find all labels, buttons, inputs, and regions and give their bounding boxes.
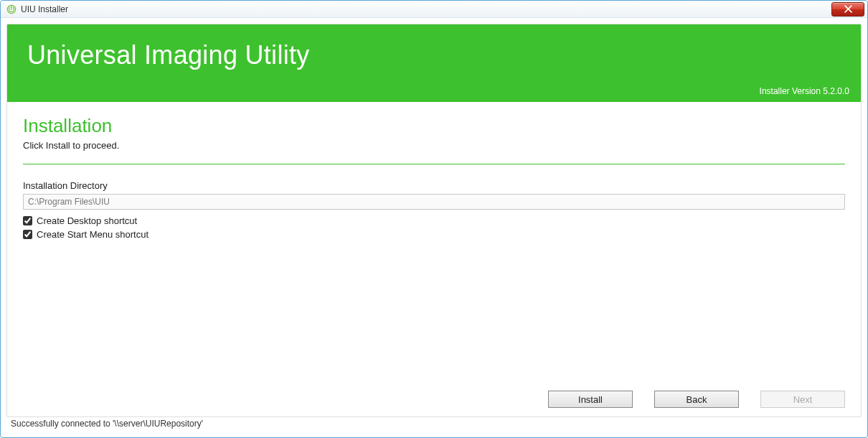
wizard-buttons: Install Back Next [548,391,845,408]
startmenu-shortcut-label: Create Start Menu shortcut [37,229,148,240]
close-icon [844,5,852,13]
inner-panel: Universal Imaging Utility Installer Vers… [6,24,862,417]
stage: Installation Click Install to proceed. I… [7,102,861,416]
content-wrapper: Universal Imaging Utility Installer Vers… [1,18,867,437]
startmenu-shortcut-row[interactable]: Create Start Menu shortcut [23,228,845,241]
install-dir-input[interactable] [23,194,845,210]
startmenu-shortcut-checkbox[interactable] [23,230,32,239]
desktop-shortcut-checkbox[interactable] [23,216,32,225]
desktop-shortcut-label: Create Desktop shortcut [37,215,137,226]
installer-window: UIU Installer Universal Imaging Utility … [0,0,868,438]
power-icon [6,4,16,14]
install-dir-label: Installation Directory [23,180,845,191]
section-subtext: Click Install to proceed. [23,140,845,151]
titlebar: UIU Installer [1,1,867,18]
product-name: Universal Imaging Utility [27,40,841,70]
divider [23,164,845,164]
window-title: UIU Installer [21,4,68,14]
banner: Universal Imaging Utility Installer Vers… [7,24,861,102]
install-button[interactable]: Install [548,391,633,408]
installer-version: Installer Version 5.2.0.0 [760,86,849,96]
section-heading: Installation [23,115,845,137]
status-bar: Successfully connected to '\\server\UIUR… [6,417,862,432]
desktop-shortcut-row[interactable]: Create Desktop shortcut [23,214,845,227]
status-text: Successfully connected to '\\server\UIUR… [11,419,203,429]
back-button[interactable]: Back [654,391,739,408]
close-button[interactable] [831,2,864,17]
shortcut-options: Create Desktop shortcut Create Start Men… [23,214,845,241]
next-button[interactable]: Next [760,391,845,408]
